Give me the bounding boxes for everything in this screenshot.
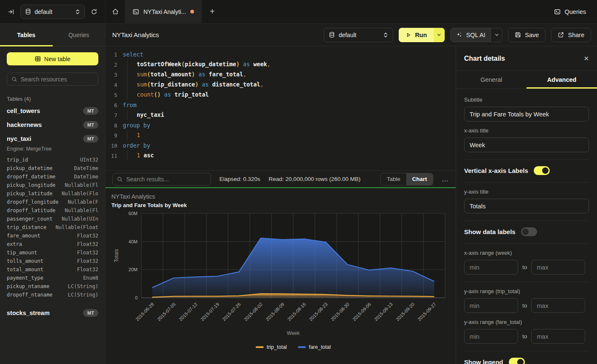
sidebar-tab-queries[interactable]: Queries: [53, 24, 105, 46]
column-name: pickup_ntaname: [7, 283, 49, 289]
sidebar-search[interactable]: [7, 73, 98, 86]
table-row-hackernews[interactable]: hackernews MT: [7, 118, 98, 132]
vertical-x-labels-toggle[interactable]: [534, 166, 550, 175]
run-button-main[interactable]: Run: [399, 28, 434, 42]
sql-ai-main[interactable]: SQL AI: [451, 28, 491, 42]
x-range-max-input[interactable]: [531, 260, 585, 275]
column-type: DateTime: [74, 165, 98, 171]
new-tab-button[interactable]: +: [202, 0, 223, 23]
y-range-trip-max-input[interactable]: [531, 298, 585, 313]
column-row[interactable]: dropoff_longitudeNullable(F: [7, 198, 98, 206]
column-row[interactable]: extraFloat32: [7, 240, 98, 248]
show-legend-row: Show legend: [464, 358, 589, 364]
column-type: LC(String): [68, 283, 98, 289]
run-options-chevron[interactable]: [434, 28, 445, 42]
chart-canvas: 020M40M60M2015-06-282015-07-052015-07-12…: [105, 210, 456, 343]
sql-ai-chevron[interactable]: [491, 28, 502, 42]
tab-label: NYTaxi Analyti...: [143, 8, 186, 15]
editor-line: 91: [105, 130, 456, 140]
column-name: dropoff_longitude: [7, 199, 59, 205]
tab-nytaxi-analytics[interactable]: NYTaxi Analyti...: [125, 0, 202, 23]
share-button[interactable]: Share: [551, 28, 591, 42]
sidebar-search-input[interactable]: [21, 76, 97, 83]
sql-editor[interactable]: 1select2toStartOfWeek(pickup_datetime) a…: [105, 46, 456, 170]
column-row[interactable]: pickup_longitudeNullable(Fl: [7, 181, 98, 189]
column-row[interactable]: passenger_countNullable(UIn: [7, 215, 98, 223]
legend-item-trip_total[interactable]: trip_total: [256, 344, 287, 350]
column-row[interactable]: tolls_amountFloat32: [7, 257, 98, 265]
results-search[interactable]: [112, 173, 211, 186]
y-range-fare-max-input[interactable]: [531, 329, 585, 344]
indent-guide: [127, 59, 137, 70]
table-name: stocks_stream: [7, 310, 50, 316]
legend-item-fare_total[interactable]: fare_total: [298, 344, 331, 350]
top-bar-right: Queries: [554, 0, 597, 23]
code-text: 1: [123, 130, 140, 140]
code-text: from: [123, 102, 137, 108]
column-row[interactable]: payment_typeEnum8: [7, 274, 98, 282]
search-icon: [11, 76, 17, 82]
collapse-sidebar-icon: [8, 8, 14, 15]
subtitle-input[interactable]: [464, 107, 589, 121]
x-range-min-input[interactable]: [464, 260, 518, 275]
refresh-button[interactable]: [89, 7, 99, 17]
tab-advanced[interactable]: Advanced: [527, 71, 597, 89]
column-row[interactable]: trip_idUInt32: [7, 156, 98, 164]
column-type: Nullable(Flo: [62, 191, 98, 197]
column-name: payment_type: [7, 275, 43, 281]
results-toolbar: Elapsed: 0.320s Read: 20,000,000 rows (2…: [105, 170, 456, 187]
queries-button-label: Queries: [565, 8, 586, 15]
table-row-cell-towers[interactable]: cell_towers MT: [7, 104, 98, 118]
table-row-nyc-taxi[interactable]: nyc_taxi MT: [7, 132, 98, 146]
y-range-fare-total-row: to: [464, 329, 589, 344]
save-button[interactable]: Save: [508, 28, 546, 42]
more-options-button[interactable]: …: [442, 175, 449, 183]
column-row[interactable]: dropoff_latitudeNullable(Fl: [7, 206, 98, 215]
view-toggle: Table Chart: [380, 173, 433, 186]
chart-details-panel: Chart details ✕ General Advanced Subtitl…: [456, 46, 597, 364]
x-tick-label: 2015-08-30: [330, 302, 350, 322]
range-to-label: to: [522, 264, 527, 270]
y-axis-title-input[interactable]: [464, 199, 589, 213]
column-name: pickup_longitude: [7, 182, 56, 188]
home-button[interactable]: [105, 0, 125, 23]
column-row[interactable]: pickup_latitudeNullable(Flo: [7, 189, 98, 198]
column-row[interactable]: dropoff_datetimeDateTime: [7, 173, 98, 181]
table-row-stocks-stream[interactable]: stocks_stream MT: [7, 306, 98, 320]
sidebar-tab-tables[interactable]: Tables: [0, 24, 53, 46]
new-table-button[interactable]: New table: [7, 52, 98, 65]
column-row[interactable]: pickup_datetimeDateTime: [7, 164, 98, 173]
vertical-x-labels-label: Vertical x-axis Labels: [464, 167, 528, 174]
line-number: 9: [105, 132, 117, 139]
indent-guide: [127, 80, 137, 90]
app-window: default NYTaxi Analyti..: [0, 0, 597, 364]
database-selector[interactable]: default: [20, 5, 85, 19]
results-search-input[interactable]: [126, 176, 206, 183]
close-panel-button[interactable]: ✕: [583, 55, 589, 62]
column-row[interactable]: tip_amountFloat32: [7, 248, 98, 257]
x-axis-title-input[interactable]: [464, 138, 589, 152]
y-range-trip-min-input[interactable]: [464, 298, 518, 313]
show-legend-toggle[interactable]: [509, 358, 525, 364]
tab-general[interactable]: General: [456, 71, 527, 89]
run-button[interactable]: Run: [399, 28, 445, 42]
top-bar-left: default: [0, 0, 105, 23]
query-database-selector[interactable]: default: [324, 28, 393, 42]
column-row[interactable]: total_amountFloat32: [7, 265, 98, 274]
code-text: group by: [123, 122, 150, 129]
share-icon: [558, 32, 564, 38]
column-row[interactable]: fare_amountFloat32: [7, 232, 98, 240]
sql-ai-button[interactable]: SQL AI: [450, 28, 502, 42]
queries-button[interactable]: Queries: [554, 8, 586, 15]
unsaved-changes-dot: [190, 10, 194, 13]
chart-view-button[interactable]: Chart: [406, 173, 433, 185]
collapse-sidebar-button[interactable]: [6, 7, 16, 17]
column-row[interactable]: trip_distanceNullable(Float: [7, 223, 98, 232]
indent-guide: [127, 130, 137, 140]
table-view-button[interactable]: Table: [381, 173, 406, 185]
query-terminal-icon: [132, 8, 139, 15]
show-data-labels-toggle[interactable]: [521, 227, 537, 236]
y-range-fare-min-input[interactable]: [464, 329, 518, 344]
column-row[interactable]: pickup_ntanameLC(String): [7, 282, 98, 291]
column-row[interactable]: dropoff_ntanameLC(String): [7, 291, 98, 299]
